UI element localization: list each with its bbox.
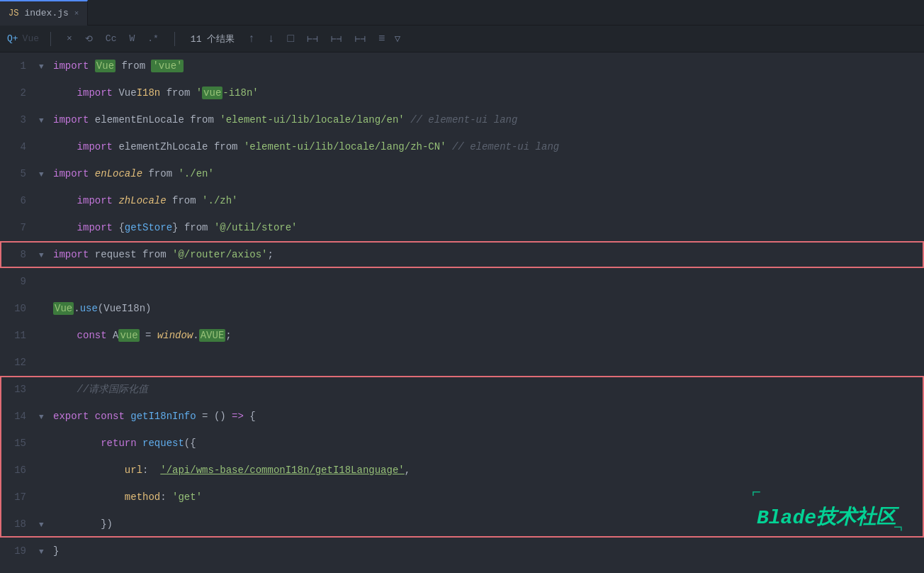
file-type-icon: JS [9,9,18,18]
line-content-6: import zhLocale from './zh' [50,187,924,214]
collapse-button[interactable]: ⊢⊣ [351,32,369,46]
regex-button[interactable]: .* [143,32,163,45]
line-content-8: import request from '@/router/axios'; [50,241,924,268]
line-number-8: 8 [0,249,39,260]
code-line-10: 10 Vue.use(VueI18n) [0,295,924,322]
code-line-6: 6 import zhLocale from './zh' [0,187,924,214]
line-number-19: 19 [0,545,39,557]
line-number-3: 3 [0,114,39,126]
fold-gutter-19[interactable]: ▼ [39,545,50,557]
line-content-14: export const getI18nInfo = () => { [50,403,924,430]
case-sensitive-button[interactable]: Cc [101,32,121,45]
search-separator: Vue [23,33,39,44]
code-line-13: 13 //请求国际化值 [0,376,924,403]
line-number-11: 11 [0,330,39,341]
line-content-15: return request({ [50,430,924,457]
code-line-14: 14 ▼ export const getI18nInfo = () => { [0,403,924,430]
fold-gutter-18[interactable]: ▼ [39,518,50,530]
line-content-3: import elementEnLocale from 'element-ui/… [50,106,924,133]
line-number-18: 18 [0,518,39,530]
search-actions: × ⟲ Cc W .* [62,32,163,46]
search-bar: Q+ Vue × ⟲ Cc W .* 11 个结果 ↑ ↓ □ ⊢⊣ ⊢⊣ ⊢⊣… [0,26,924,52]
search-divider2 [174,32,175,46]
code-line-7: 7 import {getStore} from '@/util/store' [0,214,924,241]
line-content-16: url: '/api/wms-base/commonI18n/getI18Lan… [50,457,924,484]
code-area: 1 ▼ import Vue from 'vue' 2 import VueI1… [0,52,924,573]
line-number-5: 5 [0,168,39,179]
line-number-10: 10 [0,303,39,314]
brand-bracket-tl: ⌐ [752,484,761,502]
fold-gutter-14[interactable]: ▼ [39,411,50,423]
line-content-5: import enLocale from './en' [50,160,924,187]
search-icon: Q+ [7,33,18,44]
code-line-15: 15 return request({ [0,430,924,457]
fold-gutter-5[interactable]: ▼ [39,168,50,180]
toggle-results-button[interactable]: □ [283,31,298,47]
line-number-7: 7 [0,222,39,233]
tab-label: index.js [24,8,68,18]
line-content-19: } [50,538,924,564]
line-number-6: 6 [0,195,39,206]
code-line-2: 2 import VueI18n from 'vue-i18n' [0,79,924,106]
refresh-button[interactable]: ⟲ [81,32,97,46]
code-line-12: 12 [0,349,924,376]
line-content-4: import elementZhLocale from 'element-ui/… [50,133,924,160]
code-line-11: 11 const Avue = window.AVUE; [0,322,924,349]
line-number-16: 16 [0,464,39,476]
brand-bracket-br: ¬ [894,520,903,538]
fold-gutter-8[interactable]: ▼ [39,249,50,261]
code-line-16: 16 url: '/api/wms-base/commonI18n/getI18… [0,457,924,484]
line-number-12: 12 [0,357,39,368]
line-content-1: import Vue from 'vue' [50,52,924,79]
fold-gutter-3[interactable]: ▼ [39,114,50,126]
code-line-5: 5 ▼ import enLocale from './en' [0,160,924,187]
search-label: Q+ Vue [7,33,39,44]
code-line-9: 9 [0,268,924,295]
line-content-10: Vue.use(VueI18n) [50,295,924,322]
line-number-14: 14 [0,411,39,422]
line-content-7: import {getStore} from '@/util/store' [50,214,924,241]
line-number-2: 2 [0,87,39,99]
fold-gutter-1[interactable]: ▼ [39,60,50,72]
whole-word-button[interactable]: W [125,32,139,45]
filter-button[interactable]: ▽ [395,33,400,45]
line-number-17: 17 [0,491,39,503]
line-number-4: 4 [0,141,39,152]
code-line-1: 1 ▼ import Vue from 'vue' [0,52,924,79]
next-result-button[interactable]: ↓ [264,31,278,47]
code-line-3: 3 ▼ import elementEnLocale from 'element… [0,106,924,133]
align-button[interactable]: ≡ [375,31,389,47]
prev-result-button[interactable]: ↑ [244,31,259,47]
code-line-4: 4 import elementZhLocale from 'element-u… [0,133,924,160]
line-content-11: const Avue = window.AVUE; [50,322,924,349]
line-content-13: //请求国际化值 [50,376,924,403]
brand-watermark: Blade技术社区 [757,504,896,530]
results-count: 11 个结果 [191,33,235,45]
code-line-19: 19 ▼ } [0,538,924,564]
line-number-13: 13 [0,384,39,395]
line-number-9: 9 [0,276,39,287]
line-content-2: import VueI18n from 'vue-i18n' [50,79,924,106]
file-tab[interactable]: JS index.js × [0,0,88,26]
tab-bar: JS index.js × [0,0,924,26]
line-number-1: 1 [0,60,39,72]
close-search-button[interactable]: × [62,32,77,45]
search-divider [50,32,51,46]
code-line-8: 8 ▼ import request from '@/router/axios'… [0,241,924,268]
tab-close-button[interactable]: × [74,9,79,18]
line-number-15: 15 [0,438,39,449]
expand-right-button[interactable]: ⊢⊣ [327,32,346,46]
expand-left-button[interactable]: ⊢⊣ [303,32,322,46]
